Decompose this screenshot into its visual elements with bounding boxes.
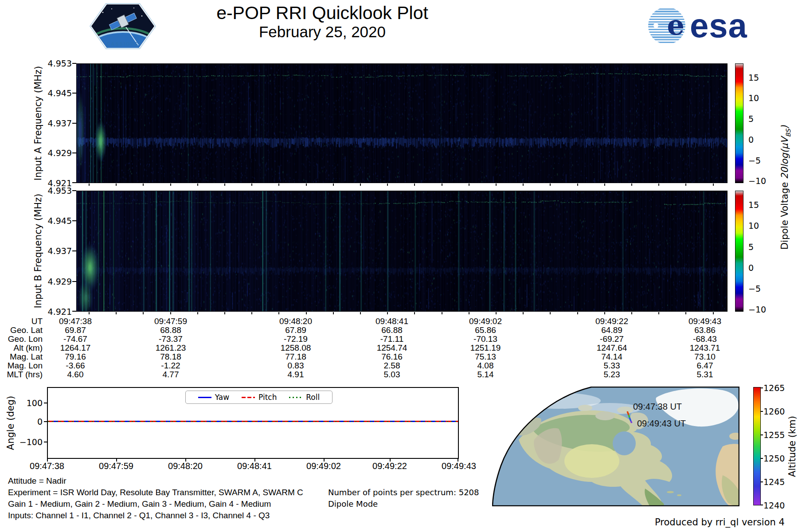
cassiope-logo-text: CASSIOPE [107,41,139,47]
dipole-label-close: ) [779,125,790,129]
freq-tick: 4.945 [41,88,72,98]
ephemeris-row-labels: UT Geo. Lat Geo. Lon Alt (km) Mag. Lat M… [0,317,43,379]
cell: 09:49:02 [448,317,523,326]
spectrogram-panel-a [76,63,728,183]
ephemeris-column: 09:49:22 64.89 -69.27 1247.64 74.14 5.33… [574,317,649,379]
angle-xtick: 09:49:43 [423,461,494,471]
esa-globe-e: e [667,9,685,42]
dipole-label-sub: BS [785,129,792,137]
tick-mark [44,403,47,403]
altitude-tick: 1255 [763,430,790,440]
info-experiment: Experiment = ISR World Day, Resolute Bay… [8,488,303,497]
attitude-legend: Yaw Pitch Roll [185,391,332,404]
cassiope-mission-logo: CASSIOPE [90,3,156,50]
legend-label-pitch: Pitch [258,393,277,402]
cell: 77.18 [258,352,333,361]
altitude-colorbar-label: Altitude (km) [787,416,798,477]
tick-mark [72,182,76,183]
cell: 09:49:43 [667,317,743,326]
dipole-colorbar-b [735,191,743,312]
dipole-colorbar-label: Dipole Voltage 20log(μVBS) [779,125,791,250]
row-label-ut: UT [0,317,43,326]
dipole-label-prefix: Dipole Voltage [779,179,790,250]
cell: 74.14 [574,352,649,361]
cell: -73.37 [133,335,208,344]
tick-mark [72,250,76,251]
x-minor-ticks-a [76,184,728,186]
row-label-alt: Alt (km) [0,344,43,352]
cell: -74.67 [38,335,113,344]
esa-globe-icon: e [648,7,685,44]
cell: 5.14 [448,370,523,379]
cell: 4.08 [448,361,523,370]
altitude-tick: 1245 [763,477,790,487]
cell: 4.77 [133,370,208,379]
info-points: Number of points per spectrum: 5208 [328,488,479,497]
row-label-geolat: Geo. Lat [0,326,43,335]
tick-mark [761,411,763,412]
colorbar-tick: −5 [748,284,777,293]
esa-wordmark: esa [690,7,747,44]
angle-ytick: 100 [15,398,43,408]
row-label-geolon: Geo. Lon [0,335,43,344]
esa-globe-dot [653,23,658,28]
cell: 6.47 [667,361,743,370]
tick-mark [72,153,76,153]
cell: 4.60 [38,370,113,379]
tick-mark [47,459,48,462]
spectrogram-b-canvas [77,191,727,311]
legend-item-pitch: Pitch [242,393,277,402]
cell: 5.33 [574,361,649,370]
angle-ytick: −100 [15,437,43,447]
colorbar-tick: −10 [748,176,777,186]
colorbar-tick: 0 [748,135,777,145]
colorbar-tick: 10 [748,93,777,103]
cell: -70.13 [448,335,523,344]
cell: 0.83 [258,361,333,370]
track-end-label: 09:49:43 UT [637,419,686,429]
freq-tick: 4.929 [41,277,72,286]
cassiope-logo-art: CASSIOPE [90,3,156,50]
cell: 79.16 [38,352,113,361]
tick-mark [761,505,763,505]
cell: 63.86 [667,326,743,335]
cell: -68.43 [667,335,743,344]
page-title: e-POP RRI Quicklook Plot [216,3,428,23]
tick-mark [72,63,76,64]
freq-tick: 4.945 [41,216,72,226]
legend-label-yaw: Yaw [215,393,229,402]
dipole-label-math: 20log(μV [779,137,790,179]
cell: -1.22 [133,361,208,370]
tick-mark [324,459,325,462]
cell: 1247.64 [574,344,649,352]
legend-label-roll: Roll [306,393,320,402]
legend-item-yaw: Yaw [198,393,229,402]
row-label-maglat: Mag. Lat [0,352,43,361]
freq-tick: 4.937 [41,246,72,256]
cell: 76.16 [354,352,430,361]
tick-mark [761,481,763,482]
angle-ytick: 0 [15,417,43,426]
tick-mark [761,434,763,435]
tick-mark [72,311,76,312]
colorbar-tick: 15 [748,73,777,82]
track-start-label: 09:47:38 UT [633,402,682,412]
row-label-maglon: Mag. Lon [0,361,43,370]
cell: 1243.71 [667,344,743,352]
tick-mark [390,459,391,462]
x-minor-ticks-b [76,312,728,314]
angle-plot-ylabel: Angle (deg) [5,396,16,450]
attitude-zero-line [48,421,458,422]
ephemeris-column: 09:49:43 63.86 -68.43 1243.71 73.10 6.47… [667,317,743,379]
cell: 1264.17 [38,344,113,352]
cell: 5.23 [574,370,649,379]
colorbar-tick: 15 [748,200,777,210]
tick-mark [72,281,76,282]
cell: -72.19 [258,335,333,344]
tick-mark [185,459,186,462]
freq-tick: 4.953 [41,59,72,68]
altitude-tick: 1240 [763,501,790,510]
tick-mark [72,190,76,191]
colorbar-tick: 0 [748,263,777,273]
colorbar-tick: −5 [748,156,777,165]
